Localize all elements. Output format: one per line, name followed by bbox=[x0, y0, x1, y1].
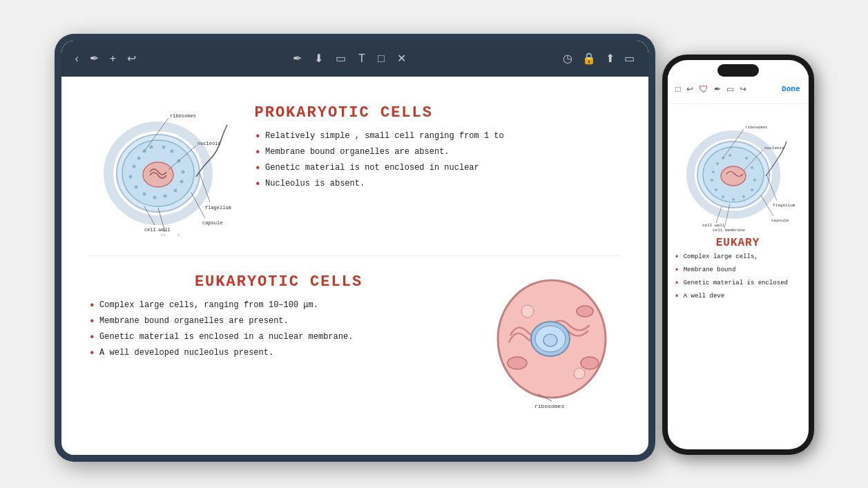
svg-point-56 bbox=[753, 179, 756, 182]
euk-bullet-dot-1: • bbox=[89, 300, 96, 311]
phone-dot-2: • bbox=[675, 266, 679, 275]
svg-point-52 bbox=[722, 195, 724, 198]
phone-bullet-4: • A well deve bbox=[675, 293, 802, 301]
svg-point-11 bbox=[153, 195, 156, 199]
eukaryotic-bullet-2: • Membrane bound organelles are present. bbox=[89, 316, 469, 327]
svg-point-17 bbox=[170, 149, 173, 153]
svg-text:ribosomes: ribosomes bbox=[534, 403, 564, 409]
svg-point-37 bbox=[581, 357, 599, 369]
phone-done-button[interactable]: Done bbox=[782, 85, 800, 93]
svg-text:flagellum: flagellum bbox=[205, 205, 231, 211]
prokaryotic-section: ribosomes nucleoid flagellum capsule bbox=[89, 97, 621, 238]
prokaryotic-title: PROKARYOTIC CELLS bbox=[255, 104, 621, 121]
svg-text:cell wall: cell wall bbox=[702, 223, 725, 228]
prokaryotic-bullets: • Relatively simple , small cell ranging… bbox=[255, 131, 621, 190]
text-icon[interactable]: T bbox=[358, 52, 365, 65]
phone-dot-1: • bbox=[675, 253, 679, 262]
svg-point-7 bbox=[132, 164, 135, 168]
undo-icon[interactable]: ↩ bbox=[127, 52, 136, 65]
svg-point-38 bbox=[521, 305, 534, 318]
bullet-dot-1: • bbox=[255, 131, 262, 142]
lock-icon[interactable]: 🔒 bbox=[582, 52, 596, 65]
svg-point-15 bbox=[181, 170, 184, 173]
euk-bullet-dot-3: • bbox=[89, 332, 96, 343]
phone-bullet-3: • Genetic material is enclosed bbox=[675, 280, 802, 288]
eukaryotic-title: EUKARYOTIC CELLS bbox=[89, 273, 469, 291]
svg-text:ribosomes: ribosomes bbox=[745, 125, 768, 130]
phone-content: ribosomes nucleoid flagellum capsule cel… bbox=[668, 104, 809, 449]
svg-point-58 bbox=[745, 157, 748, 159]
scene: ‹ ✒ + ↩ ✒ ⬇ ▭ T □ ✕ ◷ 🔒 ⬆ ▭ bbox=[55, 20, 814, 469]
eukaryotic-section: EUKARYOTIC CELLS • Complex large cells, … bbox=[89, 273, 621, 414]
svg-point-8 bbox=[128, 175, 132, 178]
svg-point-39 bbox=[574, 368, 585, 379]
prokaryotic-bullet-4: • Nucleolus is absent. bbox=[255, 179, 621, 190]
svg-point-13 bbox=[173, 188, 177, 192]
svg-point-46 bbox=[716, 162, 719, 165]
svg-point-49 bbox=[712, 170, 715, 173]
svg-point-9 bbox=[134, 185, 137, 188]
phone-prokaryotic-diagram: ribosomes nucleoid flagellum capsule cel… bbox=[675, 114, 802, 234]
bullet-dot-3: • bbox=[255, 163, 262, 174]
phone-toolbar[interactable]: □ ↩ 🛡 ✒ ▭ ↪ Done bbox=[668, 75, 809, 104]
stylus-icon[interactable]: ✒ bbox=[293, 52, 302, 65]
euk-bullet-dot-2: • bbox=[89, 316, 96, 327]
prokaryotic-cell-diagram: ribosomes nucleoid flagellum capsule bbox=[89, 97, 234, 238]
pencil-icon[interactable]: ✒ bbox=[90, 52, 99, 65]
svg-text:nucleoid: nucleoid bbox=[764, 146, 784, 150]
prokaryotic-bullet-2: • Membrane bound organelles are absent. bbox=[255, 147, 621, 158]
svg-point-48 bbox=[729, 154, 731, 157]
prokaryotic-info: PROKARYOTIC CELLS • Relatively simple , … bbox=[255, 97, 621, 190]
eukaryotic-bullet-1: • Complex large cells, ranging from 10–1… bbox=[89, 300, 469, 311]
svg-text:cell membrane: cell membrane bbox=[155, 234, 193, 235]
svg-point-51 bbox=[715, 188, 717, 191]
euk-bullet-dot-4: • bbox=[89, 348, 96, 359]
timer-icon[interactable]: ◷ bbox=[563, 52, 572, 65]
eraser-icon[interactable]: ▭ bbox=[336, 52, 346, 65]
phone-redo-icon[interactable]: ↪ bbox=[740, 84, 746, 94]
shape-icon[interactable]: □ bbox=[378, 52, 385, 65]
svg-point-14 bbox=[180, 179, 183, 183]
svg-point-57 bbox=[751, 166, 753, 169]
share-icon[interactable]: ⬆ bbox=[606, 52, 615, 65]
svg-text:flagellum: flagellum bbox=[773, 203, 795, 208]
phone-undo-icon[interactable]: ↩ bbox=[686, 84, 693, 94]
phone-shield-icon[interactable]: 🛡 bbox=[699, 84, 708, 95]
tablet: ‹ ✒ + ↩ ✒ ⬇ ▭ T □ ✕ ◷ 🔒 ⬆ ▭ bbox=[55, 34, 655, 462]
svg-text:nucleoid: nucleoid bbox=[197, 141, 221, 146]
phone-notch bbox=[717, 64, 759, 77]
back-icon[interactable]: ‹ bbox=[75, 52, 79, 65]
phone-eraser-icon[interactable]: ▭ bbox=[726, 84, 734, 94]
add-icon[interactable]: + bbox=[110, 52, 116, 65]
svg-point-55 bbox=[751, 188, 753, 191]
marker-icon[interactable]: ⬇ bbox=[314, 52, 323, 65]
svg-point-36 bbox=[577, 306, 593, 317]
tablet-toolbar[interactable]: ‹ ✒ + ↩ ✒ ⬇ ▭ T □ ✕ ◷ 🔒 ⬆ ▭ bbox=[61, 41, 648, 77]
eukaryotic-bullets: • Complex large cells, ranging from 10–1… bbox=[89, 300, 469, 359]
svg-point-10 bbox=[142, 192, 146, 195]
svg-point-53 bbox=[732, 198, 735, 201]
prokaryotic-bullet-3: • Genetic material is not enclosed in nu… bbox=[255, 163, 621, 174]
close-icon[interactable]: ✕ bbox=[397, 52, 406, 65]
svg-point-4 bbox=[137, 156, 140, 159]
phone-dot-4: • bbox=[675, 293, 679, 301]
svg-point-12 bbox=[163, 194, 166, 197]
eukaryotic-info: EUKARYOTIC CELLS • Complex large cells, … bbox=[89, 273, 469, 359]
eukaryotic-cell-diagram: ribosomes bbox=[490, 273, 621, 414]
bullet-dot-2: • bbox=[255, 147, 262, 158]
divider bbox=[89, 255, 621, 256]
svg-text:capsule: capsule bbox=[202, 220, 222, 226]
svg-point-54 bbox=[742, 195, 745, 198]
svg-point-6 bbox=[149, 145, 153, 148]
phone-bullets: • Complex large cells, • Membrane bound … bbox=[675, 253, 802, 301]
pages-icon[interactable]: ▭ bbox=[624, 52, 635, 65]
phone-pen-icon[interactable]: ✒ bbox=[714, 84, 721, 94]
phone-dot-3: • bbox=[675, 280, 679, 288]
svg-text:cell membrane: cell membrane bbox=[713, 228, 745, 231]
svg-point-45 bbox=[721, 166, 746, 186]
svg-text:cell wall: cell wall bbox=[144, 227, 171, 233]
svg-point-18 bbox=[162, 145, 165, 148]
phone-pages-icon[interactable]: □ bbox=[676, 84, 681, 94]
tablet-content: ribosomes nucleoid flagellum capsule bbox=[61, 77, 648, 455]
svg-point-34 bbox=[543, 334, 557, 347]
